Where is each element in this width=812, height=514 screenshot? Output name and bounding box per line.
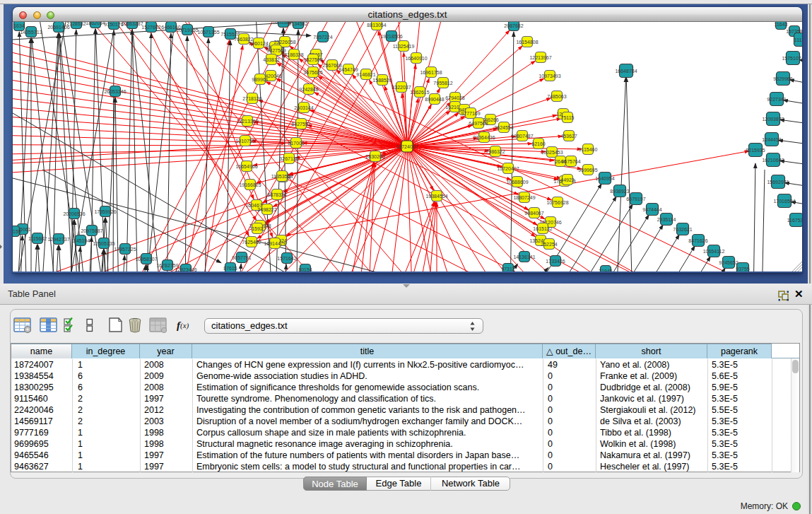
svg-text:989961: 989961 — [252, 77, 268, 82]
svg-text:80154: 80154 — [298, 267, 312, 272]
svg-text:10671355: 10671355 — [197, 30, 219, 35]
svg-text:15692971: 15692971 — [767, 180, 789, 185]
svg-text:1733426: 1733426 — [546, 259, 565, 264]
svg-text:6679197: 6679197 — [626, 197, 645, 201]
svg-text:3624554: 3624554 — [494, 125, 513, 130]
svg-text:1167534: 1167534 — [787, 218, 802, 223]
svg-text:16961758: 16961758 — [420, 70, 442, 75]
svg-text:16210643: 16210643 — [762, 158, 784, 163]
svg-text:10654112: 10654112 — [703, 249, 725, 254]
svg-text:1634: 1634 — [13, 23, 25, 28]
svg-text:433812: 433812 — [263, 57, 279, 62]
svg-text:17359926: 17359926 — [94, 209, 116, 214]
svg-text:12213967: 12213967 — [529, 55, 551, 60]
svg-text:2830203: 2830203 — [365, 154, 384, 159]
svg-text:3675685: 3675685 — [303, 70, 322, 75]
svg-text:7625402: 7625402 — [242, 240, 261, 245]
svg-text:18807249: 18807249 — [513, 195, 535, 200]
svg-text:12093872: 12093872 — [762, 117, 784, 122]
svg-text:9134582: 9134582 — [288, 22, 307, 26]
svg-text:14136141: 14136141 — [513, 255, 535, 259]
svg-text:15751074: 15751074 — [782, 56, 802, 61]
svg-text:62160: 62160 — [531, 141, 546, 146]
svg-text:10719155: 10719155 — [176, 28, 198, 33]
svg-text:7632621: 7632621 — [673, 227, 692, 232]
svg-text:9575764: 9575764 — [561, 159, 580, 164]
svg-text:9699695: 9699695 — [578, 168, 597, 173]
svg-text:10756928: 10756928 — [546, 200, 568, 205]
svg-text:9245652: 9245652 — [719, 260, 738, 265]
svg-text:3498222: 3498222 — [257, 207, 276, 212]
svg-text:9115460: 9115460 — [579, 147, 598, 152]
svg-text:1145194: 1145194 — [71, 238, 90, 243]
svg-text:12923446: 12923446 — [175, 267, 196, 272]
svg-text:7515526: 7515526 — [220, 32, 240, 37]
svg-text:44923: 44923 — [560, 177, 575, 182]
svg-text:252254: 252254 — [541, 242, 557, 247]
svg-text:8813054: 8813054 — [367, 23, 386, 28]
svg-text:8938923: 8938923 — [610, 189, 629, 194]
svg-text:9242848: 9242848 — [299, 87, 318, 92]
svg-text:87615: 87615 — [223, 266, 237, 271]
svg-text:3267130: 3267130 — [279, 156, 298, 161]
svg-text:7485063: 7485063 — [547, 94, 566, 99]
svg-text:19218506: 19218506 — [380, 34, 402, 39]
svg-text:8322037: 8322037 — [392, 85, 411, 90]
svg-text:1615132: 1615132 — [533, 226, 552, 231]
svg-text:1571642: 1571642 — [277, 256, 296, 261]
svg-text:12505135: 12505135 — [93, 241, 114, 246]
svg-text:9329966: 9329966 — [773, 76, 792, 81]
svg-text:10025453: 10025453 — [541, 150, 563, 155]
svg-text:20206536: 20206536 — [63, 211, 85, 216]
svg-text:9857791: 9857791 — [232, 255, 251, 260]
svg-text:817006: 817006 — [288, 141, 304, 146]
svg-text:2128532: 2128532 — [66, 22, 86, 26]
svg-text:9474444: 9474444 — [642, 207, 661, 212]
svg-text:8878334: 8878334 — [267, 192, 286, 197]
svg-text:12213369: 12213369 — [236, 119, 258, 124]
svg-text:2603144: 2603144 — [294, 105, 313, 110]
svg-text:8471626: 8471626 — [688, 238, 707, 243]
svg-text:2087682: 2087682 — [504, 23, 523, 28]
svg-text:8454749: 8454749 — [339, 67, 358, 72]
svg-text:10958107: 10958107 — [135, 257, 157, 262]
svg-text:75115: 75115 — [561, 115, 575, 120]
svg-text:7986322: 7986322 — [486, 149, 505, 154]
svg-text:10688609: 10688609 — [506, 180, 528, 185]
svg-text:453627: 453627 — [560, 134, 577, 139]
svg-text:6497568: 6497568 — [469, 121, 488, 126]
svg-text:10973493: 10973493 — [539, 74, 560, 78]
svg-text:8427552: 8427552 — [291, 122, 310, 127]
svg-text:14055713: 14055713 — [20, 30, 42, 35]
svg-text:10807487: 10807487 — [511, 134, 533, 139]
svg-text:39159: 39159 — [13, 229, 21, 234]
svg-text:21364436: 21364436 — [473, 135, 495, 140]
svg-text:1115682: 1115682 — [28, 236, 47, 241]
svg-text:7955812: 7955812 — [433, 81, 452, 86]
svg-text:17016504: 17016504 — [773, 199, 795, 204]
svg-text:7857224: 7857224 — [313, 35, 332, 40]
svg-text:16654966: 16654966 — [235, 164, 257, 169]
svg-text:17957225: 17957225 — [114, 247, 136, 252]
svg-text:1592: 1592 — [252, 226, 263, 231]
svg-text:19384554: 19384554 — [425, 194, 447, 199]
svg-text:20975887: 20975887 — [81, 228, 102, 233]
svg-text:16640910: 16640910 — [405, 56, 427, 61]
svg-text:9084067: 9084067 — [524, 211, 543, 216]
svg-text:11325419: 11325419 — [393, 44, 415, 49]
svg-text:2718126: 2718126 — [242, 96, 261, 101]
svg-text:16648784: 16648784 — [615, 69, 637, 74]
svg-text:19166825: 19166825 — [239, 182, 261, 187]
svg-text:1010755: 1010755 — [235, 139, 254, 144]
svg-text:10653287: 10653287 — [121, 22, 143, 26]
svg-text:23226058: 23226058 — [273, 40, 295, 45]
svg-text:9146821: 9146821 — [356, 72, 375, 77]
svg-text:1244413: 1244413 — [762, 137, 781, 142]
svg-text:9327509: 9327509 — [266, 48, 286, 53]
svg-text:9777169: 9777169 — [461, 111, 480, 116]
svg-text:1862034: 1862034 — [86, 22, 105, 25]
svg-text:11643: 11643 — [775, 22, 788, 27]
svg-text:9327508: 9327508 — [303, 57, 322, 62]
svg-text:8215935: 8215935 — [746, 148, 765, 153]
svg-text:26053346: 26053346 — [104, 89, 126, 94]
